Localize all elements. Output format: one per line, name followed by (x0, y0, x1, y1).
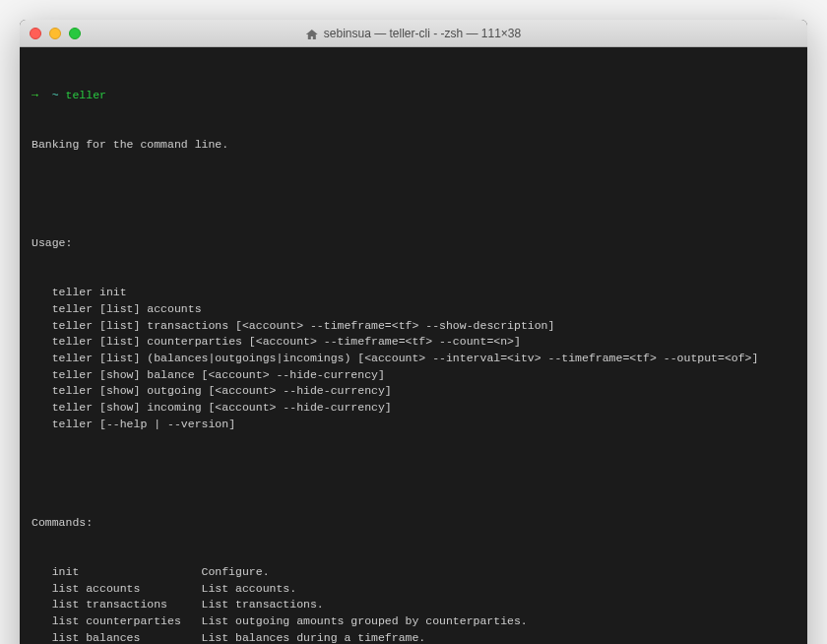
command-name: list accounts (52, 581, 202, 598)
prompt-tilde: ~ (52, 88, 59, 104)
usage-line: teller [list] (balances|outgoings|incomi… (52, 351, 795, 367)
prompt-line: → ~ teller (32, 88, 795, 104)
terminal-window: sebinsua — teller-cli - -zsh — 111×38 → … (20, 20, 807, 644)
command-desc: List transactions. (202, 597, 795, 613)
traffic-lights (30, 28, 81, 39)
maximize-icon[interactable] (69, 28, 81, 39)
usage-line: teller [show] balance [<account> --hide-… (52, 367, 795, 384)
home-icon (306, 29, 318, 38)
command-name: list balances (52, 630, 202, 644)
usage-line: teller [--help | --version] (52, 417, 795, 433)
usage-line: teller init (52, 285, 795, 301)
usage-line: teller [list] transactions [<account> --… (52, 318, 795, 335)
command-name: list transactions (52, 597, 202, 613)
command-name: init (52, 564, 202, 581)
commands-title: Commands: (32, 515, 795, 532)
blank-line (32, 466, 795, 483)
command-row: list balancesList balances during a time… (32, 630, 795, 644)
prompt-command: teller (66, 88, 106, 104)
window-title-text: sebinsua — teller-cli - -zsh — 111×38 (324, 27, 521, 40)
close-icon[interactable] (30, 28, 41, 39)
command-desc: List outgoing amounts grouped by counter… (202, 613, 795, 630)
command-row: list transactionsList transactions. (32, 597, 795, 613)
usage-line: teller [show] incoming [<account> --hide… (52, 400, 795, 417)
command-desc: List balances during a timeframe. (202, 630, 795, 644)
title-bar: sebinsua — teller-cli - -zsh — 111×38 (20, 20, 807, 47)
prompt-arrow-icon: → (32, 88, 38, 104)
usage-title: Usage: (32, 235, 795, 252)
header-line: Banking for the command line. (32, 137, 795, 154)
command-desc: List accounts. (202, 581, 795, 598)
minimize-icon[interactable] (49, 28, 61, 39)
command-row: initConfigure. (32, 564, 795, 581)
usage-line: teller [list] accounts (52, 301, 795, 318)
command-name: list counterparties (52, 613, 202, 630)
terminal-body[interactable]: → ~ teller Banking for the command line.… (20, 47, 807, 644)
window-title: sebinsua — teller-cli - -zsh — 111×38 (306, 27, 521, 40)
blank-line (32, 186, 795, 203)
usage-line: teller [show] outgoing [<account> --hide… (52, 383, 795, 400)
command-row: list accountsList accounts. (32, 581, 795, 598)
commands-block: initConfigure.list accountsList accounts… (32, 564, 795, 644)
command-row: list counterpartiesList outgoing amounts… (32, 613, 795, 630)
usage-line: teller [list] counterparties [<account> … (52, 334, 795, 351)
command-desc: Configure. (202, 564, 795, 581)
usage-block: teller initteller [list] accountsteller … (32, 285, 795, 432)
